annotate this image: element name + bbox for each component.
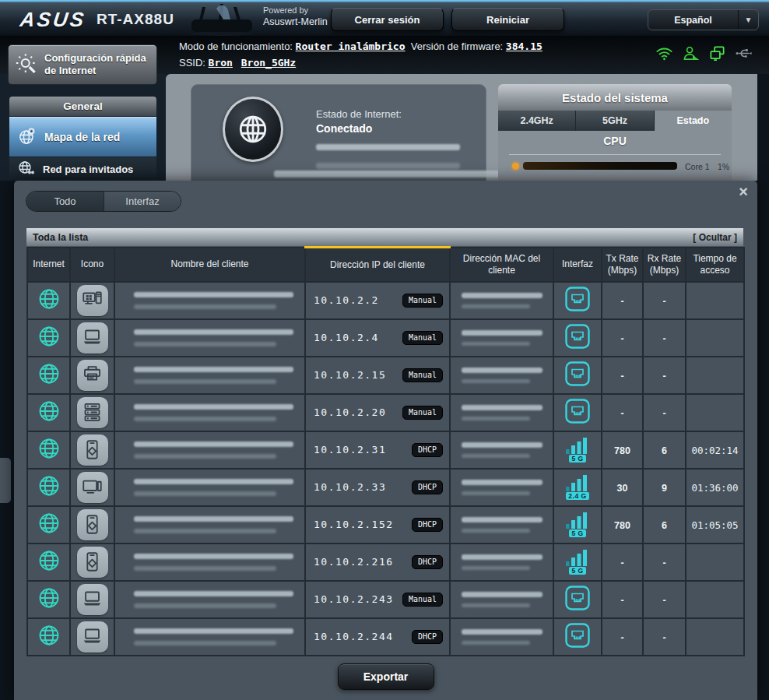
wired-lan-icon[interactable]: [564, 339, 592, 353]
interface-cell[interactable]: [553, 581, 602, 618]
tab-5ghz[interactable]: 5GHz: [576, 111, 654, 131]
client-row[interactable]: 10.10.2.244DHCP--: [27, 618, 744, 656]
mode-link[interactable]: Router inalámbrico: [296, 40, 406, 52]
smartphone-icon[interactable]: [77, 434, 108, 466]
rx-rate: 9: [662, 483, 667, 494]
device-icon-cell[interactable]: [70, 581, 114, 618]
wifi-signal-icon[interactable]: 2.4 G: [566, 475, 589, 500]
ip-type-badge: Manual: [402, 294, 443, 308]
interface-cell[interactable]: 5 G: [553, 543, 602, 581]
usb-icon[interactable]: [735, 44, 753, 62]
device-icon-cell[interactable]: [70, 543, 114, 581]
laptop-icon[interactable]: [77, 584, 108, 615]
wifi-icon[interactable]: [655, 44, 673, 62]
column-header-icono[interactable]: Icono: [70, 248, 114, 282]
internet-globe-icon: [37, 636, 61, 649]
wired-lan-icon[interactable]: [564, 377, 592, 390]
smartphone-icon[interactable]: [77, 547, 108, 578]
router-model: RT-AX88U: [97, 11, 174, 28]
wifi-signal-icon[interactable]: 5 G: [566, 550, 589, 575]
client-row[interactable]: 10.10.2.2Manual--: [27, 282, 744, 319]
redacted-client-name: [134, 516, 293, 522]
device-icon-cell[interactable]: [70, 319, 114, 357]
reboot-button[interactable]: Reiniciar: [451, 8, 564, 31]
interface-cell[interactable]: 2.4 G: [553, 469, 602, 506]
column-header-tx-rate-mbps[interactable]: Tx Rate (Mbps): [602, 248, 643, 282]
laptop-icon[interactable]: [77, 621, 108, 653]
ssid-24g-link[interactable]: Bron: [209, 57, 233, 69]
sidebar-item-network-map[interactable]: Mapa de la red: [9, 117, 156, 157]
column-header-tiempo-de-acceso[interactable]: Tiempo de acceso: [686, 248, 744, 282]
wifi-signal-icon[interactable]: 5 G: [566, 438, 589, 463]
chevron-down-icon[interactable]: ▼: [738, 10, 758, 30]
column-header-direcci-n-mac-del-cliente[interactable]: Dirección MAC del cliente: [450, 248, 553, 282]
smartphone-icon[interactable]: [77, 509, 108, 540]
internet-globe-emblem[interactable]: [223, 97, 283, 162]
server-icon[interactable]: [77, 397, 108, 428]
interface-cell[interactable]: [553, 618, 602, 656]
tab-estado[interactable]: Estado: [655, 111, 732, 131]
close-icon[interactable]: ×: [739, 181, 748, 202]
column-header-nombre-del-cliente[interactable]: Nombre del cliente: [114, 248, 305, 282]
redacted-client-mac: [462, 454, 530, 458]
desktop-pc-icon[interactable]: [77, 285, 108, 316]
device-icon-cell[interactable]: [70, 282, 114, 319]
interface-cell[interactable]: [553, 357, 602, 394]
interface-cell[interactable]: [553, 394, 602, 431]
device-icon-cell[interactable]: [70, 618, 114, 656]
client-mac-cell: [450, 319, 553, 357]
panel-handle[interactable]: [0, 458, 11, 503]
column-header-rx-rate-mbps[interactable]: Rx Rate (Mbps): [643, 248, 686, 282]
lan-clients-icon[interactable]: [708, 44, 726, 62]
tab-interfaz[interactable]: Interfaz: [104, 192, 181, 211]
hide-link[interactable]: [ Ocultar ]: [693, 232, 737, 243]
tab-24ghz[interactable]: 2.4GHz: [498, 111, 576, 131]
device-icon-cell[interactable]: [70, 431, 114, 469]
client-icon[interactable]: [682, 44, 700, 62]
rx-rate: -: [662, 296, 665, 307]
column-header-internet[interactable]: Internet: [27, 248, 70, 282]
tv-icon[interactable]: [77, 472, 108, 503]
interface-cell[interactable]: [553, 319, 602, 357]
interface-cell[interactable]: 5 G: [553, 506, 602, 543]
access-time: 01:05:05: [691, 519, 738, 531]
quick-internet-setup-button[interactable]: Configuración rápida de Internet: [8, 44, 157, 85]
wired-lan-icon[interactable]: [564, 601, 592, 614]
client-row[interactable]: 10.10.2.4Manual--: [27, 319, 744, 357]
wifi-signal-icon[interactable]: 5 G: [566, 512, 589, 537]
client-row[interactable]: 10.10.2.20Manual--: [27, 394, 744, 431]
interface-cell[interactable]: 5 G: [553, 431, 602, 469]
wired-lan-icon[interactable]: [564, 302, 592, 315]
export-button[interactable]: Exportar: [338, 663, 434, 690]
client-row[interactable]: 10.10.2.243Manual--: [27, 581, 744, 618]
ssid-5g-link[interactable]: Bron_5GHz: [241, 57, 296, 69]
internet-cell: [27, 469, 70, 506]
column-header-interfaz[interactable]: Interfaz: [553, 248, 602, 282]
network-map-content: Estado de Internet: Conectado Estado del…: [166, 74, 757, 181]
device-icon-cell[interactable]: [70, 506, 114, 543]
gear-wrench-icon: [15, 51, 38, 78]
device-icon-cell[interactable]: [70, 469, 114, 506]
tab-todo[interactable]: Todo: [26, 192, 104, 211]
client-ip: 10.10.2.216: [314, 556, 394, 568]
client-row[interactable]: 10.10.2.31DHCP5 G780600:02:14: [27, 431, 744, 469]
printer-icon[interactable]: [77, 360, 108, 391]
interface-cell[interactable]: [553, 282, 602, 319]
redacted-client-name: [134, 342, 276, 346]
device-icon-cell[interactable]: [70, 394, 114, 431]
client-row[interactable]: 10.10.2.15Manual--: [27, 357, 744, 394]
sidebar-item-guest-network[interactable]: Red para invitados: [9, 157, 156, 181]
language-dropdown[interactable]: Español ▼: [648, 9, 759, 30]
client-row[interactable]: 10.10.2.33DHCP2.4 G30901:36:00: [27, 469, 744, 506]
wired-lan-icon[interactable]: [564, 414, 592, 427]
device-icon-cell[interactable]: [70, 357, 114, 394]
client-row[interactable]: 10.10.2.216DHCP5 G--: [27, 543, 744, 581]
client-row[interactable]: 10.10.2.152DHCP5 G780601:05:05: [27, 506, 744, 543]
rx-rate-cell: -: [643, 319, 686, 357]
laptop-icon[interactable]: [77, 322, 108, 354]
wired-lan-icon[interactable]: [564, 638, 592, 652]
firmware-link[interactable]: 384.15: [506, 40, 543, 52]
rx-rate-cell: -: [643, 357, 686, 394]
column-header-direcci-n-ip-del-cliente[interactable]: Dirección IP del cliente: [305, 248, 450, 282]
logout-button[interactable]: Cerrar sesión: [331, 8, 444, 31]
